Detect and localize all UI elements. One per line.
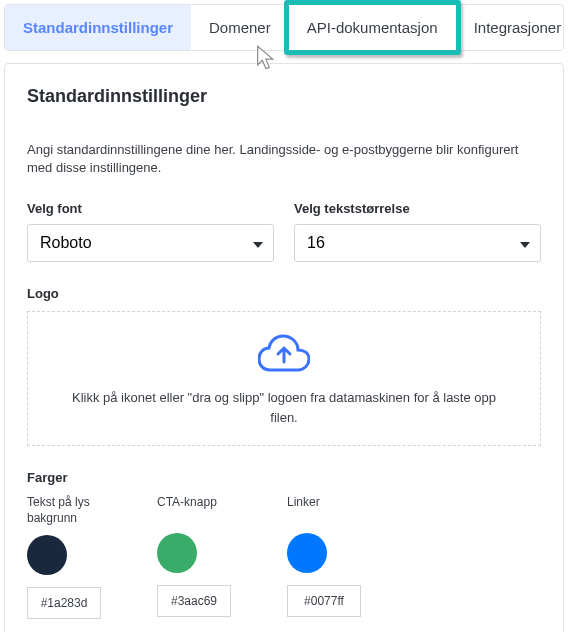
panel-description: Angi standardinnstillingene dine her. La… xyxy=(27,141,541,177)
color-swatch[interactable] xyxy=(287,533,327,573)
settings-panel: Standardinnstillinger Angi standardinnst… xyxy=(4,63,564,632)
color-label: CTA-knapp xyxy=(157,495,247,525)
caret-down-icon xyxy=(253,234,263,252)
logo-upload-instruction: Klikk på ikonet eller "dra og slipp" log… xyxy=(68,388,500,427)
size-label: Velg tekststørrelse xyxy=(294,201,541,216)
tab-domener[interactable]: Domener xyxy=(191,5,289,50)
color-label: Tekst på lys bakgrunn xyxy=(27,495,117,526)
colors-row: Tekst på lys bakgrunn CTA-knapp Linker xyxy=(27,495,541,618)
color-hex-input[interactable] xyxy=(157,585,231,617)
color-hex-input[interactable] xyxy=(287,585,361,617)
color-label: Linker xyxy=(287,495,377,525)
color-item-text: Tekst på lys bakgrunn xyxy=(27,495,117,618)
logo-label: Logo xyxy=(27,286,541,301)
tab-api[interactable]: API-dokumentasjon xyxy=(289,5,456,50)
panel-title: Standardinnstillinger xyxy=(27,86,541,107)
font-label: Velg font xyxy=(27,201,274,216)
tab-standard[interactable]: Standardinnstillinger xyxy=(5,5,191,50)
color-item-cta: CTA-knapp xyxy=(157,495,247,618)
caret-down-icon xyxy=(520,234,530,252)
logo-upload[interactable]: Klikk på ikonet eller "dra og slipp" log… xyxy=(27,311,541,446)
cloud-upload-icon xyxy=(68,334,500,378)
font-select[interactable]: Roboto xyxy=(27,224,274,262)
tab-integrasjoner[interactable]: Integrasjoner xyxy=(456,5,568,50)
size-select[interactable]: 16 xyxy=(294,224,541,262)
size-select-value: 16 xyxy=(307,234,325,252)
tab-api-label: API-dokumentasjon xyxy=(307,19,438,36)
color-swatch[interactable] xyxy=(157,533,197,573)
color-hex-input[interactable] xyxy=(27,587,101,619)
color-item-links: Linker xyxy=(287,495,377,618)
color-swatch[interactable] xyxy=(27,535,67,575)
font-select-value: Roboto xyxy=(40,234,92,252)
tabs-bar: Standardinnstillinger Domener API-dokume… xyxy=(4,4,564,51)
colors-label: Farger xyxy=(27,470,541,485)
